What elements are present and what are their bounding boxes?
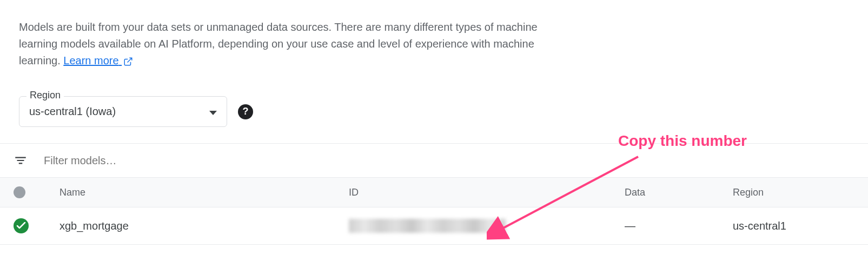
column-header-name[interactable]: Name <box>59 187 349 198</box>
filter-icon[interactable] <box>14 153 28 167</box>
column-header-region[interactable]: Region <box>733 187 854 198</box>
status-success-icon <box>14 218 29 233</box>
blurred-id <box>349 219 506 233</box>
model-data: — <box>625 220 733 232</box>
learn-more-link[interactable]: Learn more <box>63 55 133 66</box>
help-icon[interactable]: ? <box>238 104 253 119</box>
table-header: Name ID Data Region <box>0 177 868 207</box>
column-header-id[interactable]: ID <box>349 187 625 198</box>
region-value: us-central1 (Iowa) <box>29 105 116 118</box>
model-id <box>349 219 625 233</box>
chevron-down-icon <box>209 105 217 118</box>
svg-line-0 <box>128 58 132 62</box>
column-header-data[interactable]: Data <box>625 187 733 198</box>
model-name[interactable]: xgb_mortgage <box>59 220 349 232</box>
table-row[interactable]: xgb_mortgage — us-central1 <box>0 207 868 245</box>
filter-input[interactable] <box>44 155 854 167</box>
status-column-indicator <box>14 186 25 198</box>
models-description: Models are built from your data sets or … <box>19 19 538 69</box>
region-label: Region <box>26 90 64 101</box>
model-region: us-central1 <box>733 220 854 232</box>
external-link-icon <box>123 57 133 66</box>
